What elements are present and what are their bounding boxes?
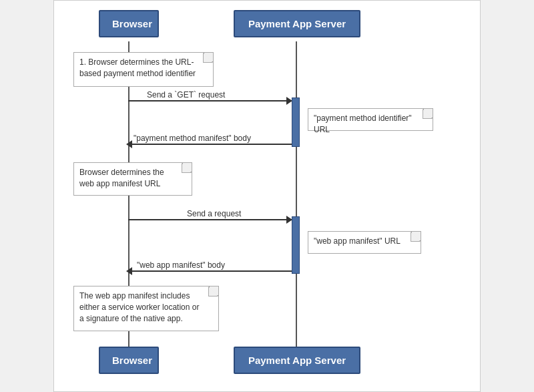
- activation-box-1: [292, 97, 300, 147]
- note-fold-1: [204, 53, 213, 62]
- arrow-get-request-line: [128, 100, 292, 102]
- arrow-webapp-body-head: [126, 267, 132, 275]
- arrow-webapp-body-label: "web app manifest" body: [137, 260, 225, 270]
- arrow-webapp-body-line: [128, 270, 292, 272]
- note-fold-2: [423, 109, 433, 118]
- note-2: "payment method identifier" URL: [308, 108, 433, 131]
- note-4: "web app manifest" URL: [308, 231, 421, 254]
- arrow-manifest-body-head: [126, 140, 132, 148]
- arrow-send-request-line: [128, 219, 292, 220]
- arrow-get-request-label: Send a `GET` request: [147, 90, 225, 100]
- browser-bottom-box: Browser: [99, 347, 159, 374]
- note-fold-3: [182, 163, 192, 172]
- arrow-send-request-label: Send a request: [187, 209, 241, 218]
- arrow-manifest-body-label: "payment method manifest" body: [134, 134, 251, 143]
- server-bottom-box: Payment App Server: [234, 347, 360, 374]
- activation-box-2: [292, 216, 300, 274]
- note-fold-5: [209, 286, 218, 296]
- server-lifeline: [296, 41, 297, 349]
- arrow-manifest-body-line: [128, 144, 292, 145]
- note-fold-4: [411, 232, 421, 241]
- browser-top-box: Browser: [99, 10, 159, 37]
- server-top-box: Payment App Server: [234, 10, 360, 37]
- note-3: Browser determines the web app manifest …: [73, 162, 192, 196]
- note-5: The web app manifest includes either a s…: [73, 286, 219, 331]
- sequence-diagram: Browser Payment App Server Browser Payme…: [0, 0, 534, 392]
- note-1: 1. Browser determines the URL-based paym…: [73, 52, 214, 87]
